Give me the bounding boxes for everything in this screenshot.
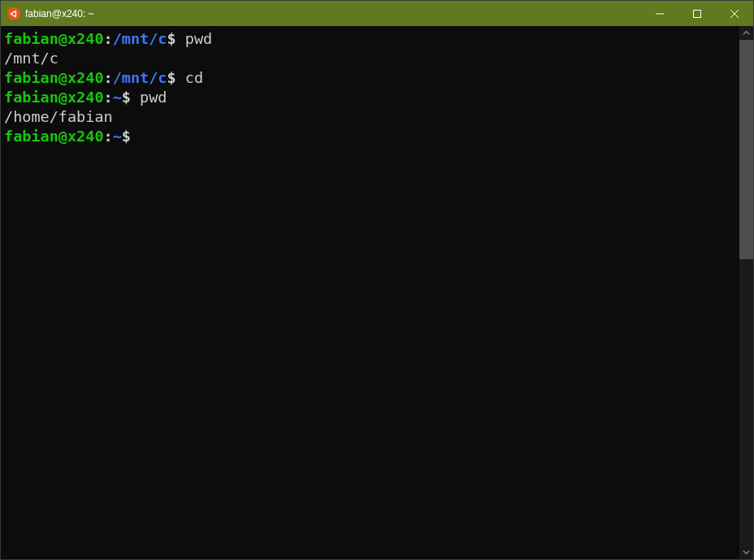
prompt-command: pwd: [185, 30, 212, 47]
scroll-down-button[interactable]: [739, 545, 753, 559]
prompt-path: /mnt/c: [113, 30, 167, 47]
terminal-output[interactable]: fabian@x240:/mnt/c$ pwd/mnt/cfabian@x240…: [1, 26, 739, 559]
window-title: fabian@x240: ~: [25, 8, 94, 20]
terminal-prompt-line: fabian@x240:/mnt/c$ pwd: [4, 29, 736, 49]
prompt-dollar: $: [122, 128, 140, 145]
prompt-user-host: fabian@x240: [4, 30, 104, 47]
svg-point-0: [9, 9, 19, 19]
prompt-colon: :: [104, 89, 113, 106]
prompt-colon: :: [104, 69, 113, 86]
prompt-path: ~: [113, 128, 122, 145]
terminal-prompt-line: fabian@x240:~$ pwd: [4, 88, 736, 107]
window-controls: [641, 1, 753, 26]
terminal-output-line: /mnt/c: [4, 49, 736, 68]
client-area: fabian@x240:/mnt/c$ pwd/mnt/cfabian@x240…: [1, 26, 753, 559]
prompt-user-host: fabian@x240: [4, 69, 104, 86]
prompt-dollar: $: [122, 89, 140, 106]
terminal-output-line: /home/fabian: [4, 107, 736, 127]
prompt-user-host: fabian@x240: [4, 128, 104, 145]
maximize-button[interactable]: [678, 1, 716, 26]
vertical-scrollbar[interactable]: [739, 26, 753, 559]
output-text: /home/fabian: [4, 108, 113, 125]
scroll-up-button[interactable]: [739, 26, 753, 40]
prompt-dollar: $: [167, 69, 185, 86]
prompt-colon: :: [104, 128, 113, 145]
prompt-colon: :: [104, 30, 113, 47]
prompt-command: pwd: [140, 89, 167, 106]
titlebar[interactable]: fabian@x240: ~: [1, 1, 753, 26]
svg-rect-5: [694, 10, 701, 17]
prompt-path: /mnt/c: [113, 69, 167, 86]
terminal-prompt-line: fabian@x240:/mnt/c$ cd: [4, 68, 736, 88]
terminal-prompt-line: fabian@x240:~$: [4, 127, 736, 146]
scroll-thumb[interactable]: [739, 40, 753, 259]
terminal-window: fabian@x240: ~ fabian@x240:/mnt/c$ pwd/m…: [0, 0, 754, 560]
prompt-path: ~: [113, 89, 122, 106]
prompt-command: cd: [185, 69, 203, 86]
close-button[interactable]: [716, 1, 753, 26]
output-text: /mnt/c: [4, 50, 58, 67]
prompt-dollar: $: [167, 30, 185, 47]
ubuntu-icon: [7, 7, 20, 20]
prompt-user-host: fabian@x240: [4, 89, 104, 106]
minimize-button[interactable]: [641, 1, 678, 26]
